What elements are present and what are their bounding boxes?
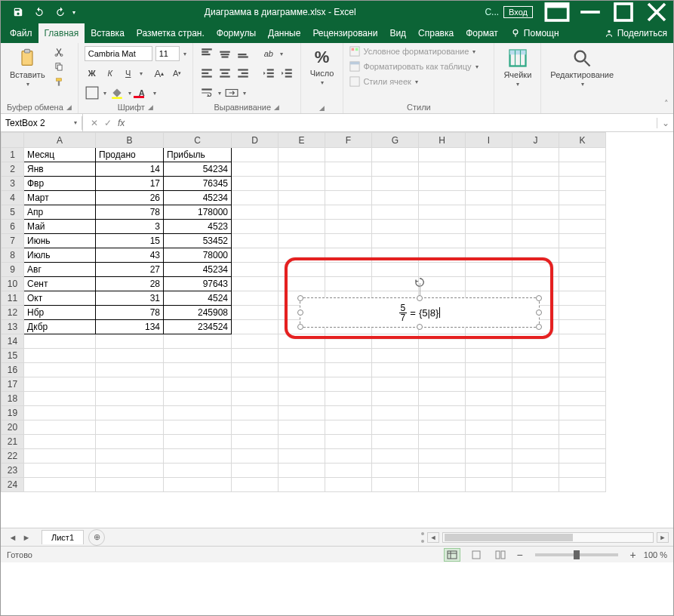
cell[interactable] bbox=[419, 449, 466, 464]
cell[interactable] bbox=[232, 363, 279, 377]
cell[interactable]: Продано bbox=[96, 148, 164, 162]
cell[interactable]: Янв bbox=[24, 162, 96, 177]
cell[interactable] bbox=[559, 162, 606, 177]
row-header[interactable]: 21 bbox=[2, 435, 24, 449]
cell[interactable] bbox=[279, 191, 325, 205]
cell[interactable] bbox=[232, 377, 279, 392]
cell[interactable] bbox=[466, 420, 512, 435]
view-normal-icon[interactable] bbox=[444, 548, 460, 562]
cell[interactable] bbox=[325, 420, 372, 435]
cell[interactable] bbox=[232, 349, 279, 363]
cell[interactable] bbox=[512, 277, 559, 291]
cell[interactable] bbox=[466, 478, 512, 492]
cell[interactable] bbox=[232, 162, 279, 177]
cell[interactable] bbox=[372, 263, 419, 277]
cell[interactable]: 78 bbox=[96, 306, 164, 320]
cell[interactable] bbox=[559, 449, 606, 464]
cell[interactable] bbox=[512, 220, 559, 234]
cell[interactable] bbox=[232, 420, 279, 435]
cell[interactable] bbox=[232, 148, 279, 162]
cell[interactable] bbox=[466, 263, 512, 277]
cell[interactable] bbox=[24, 377, 96, 392]
row-header[interactable]: 17 bbox=[2, 377, 24, 392]
cell[interactable] bbox=[325, 148, 372, 162]
cell[interactable] bbox=[325, 248, 372, 263]
cell[interactable]: 54234 bbox=[164, 162, 232, 177]
cell[interactable] bbox=[164, 420, 232, 435]
cell[interactable] bbox=[96, 363, 164, 377]
increase-font-icon[interactable]: A▴ bbox=[152, 66, 167, 81]
cell[interactable] bbox=[372, 177, 419, 191]
row-header[interactable]: 9 bbox=[2, 263, 24, 277]
cell[interactable] bbox=[419, 205, 466, 220]
cell[interactable] bbox=[232, 277, 279, 291]
cell[interactable] bbox=[232, 263, 279, 277]
cell[interactable] bbox=[96, 478, 164, 492]
cell[interactable] bbox=[372, 435, 419, 449]
tab-file[interactable]: Файл bbox=[4, 23, 38, 43]
italic-button[interactable]: К bbox=[103, 66, 118, 81]
column-header[interactable]: C bbox=[164, 133, 232, 148]
cell[interactable] bbox=[279, 406, 325, 420]
column-header[interactable]: H bbox=[419, 133, 466, 148]
cell[interactable] bbox=[419, 377, 466, 392]
cell[interactable]: 28 bbox=[96, 277, 164, 291]
cell[interactable] bbox=[559, 306, 606, 320]
cell[interactable] bbox=[279, 263, 325, 277]
cell[interactable] bbox=[279, 277, 325, 291]
cell[interactable] bbox=[512, 406, 559, 420]
cell[interactable] bbox=[24, 449, 96, 464]
cell[interactable] bbox=[325, 277, 372, 291]
cell[interactable] bbox=[419, 177, 466, 191]
cell[interactable] bbox=[279, 420, 325, 435]
fill-color-icon[interactable] bbox=[109, 85, 125, 100]
copy-icon[interactable] bbox=[53, 61, 65, 73]
row-header[interactable]: 12 bbox=[2, 306, 24, 320]
cell[interactable] bbox=[559, 177, 606, 191]
cell[interactable] bbox=[164, 435, 232, 449]
tab-data[interactable]: Данные bbox=[262, 23, 306, 43]
cell[interactable]: 78000 bbox=[164, 248, 232, 263]
worksheet-grid[interactable]: ABCDEFGHIJK1МесяцПроданоПрибыль2Янв14542… bbox=[1, 132, 673, 528]
cell[interactable] bbox=[559, 406, 606, 420]
cell[interactable] bbox=[96, 435, 164, 449]
cell[interactable] bbox=[512, 392, 559, 406]
zoom-level[interactable]: 100 % bbox=[644, 550, 667, 559]
cell[interactable] bbox=[164, 363, 232, 377]
row-header[interactable]: 3 bbox=[2, 177, 24, 191]
row-header[interactable]: 23 bbox=[2, 464, 24, 478]
cell[interactable] bbox=[279, 435, 325, 449]
cell[interactable] bbox=[232, 435, 279, 449]
cell[interactable] bbox=[466, 449, 512, 464]
cell[interactable] bbox=[325, 363, 372, 377]
cell[interactable]: Фвр bbox=[24, 177, 96, 191]
cell[interactable] bbox=[325, 449, 372, 464]
cell[interactable] bbox=[372, 248, 419, 263]
cell[interactable] bbox=[232, 320, 279, 334]
cell[interactable] bbox=[419, 464, 466, 478]
zoom-in-icon[interactable]: + bbox=[630, 549, 636, 561]
cell[interactable]: Авг bbox=[24, 263, 96, 277]
cell[interactable] bbox=[559, 435, 606, 449]
cell[interactable] bbox=[419, 363, 466, 377]
cell[interactable] bbox=[372, 162, 419, 177]
decrease-font-icon[interactable]: A▾ bbox=[170, 66, 185, 81]
cell[interactable] bbox=[372, 406, 419, 420]
cell[interactable] bbox=[325, 177, 372, 191]
cell[interactable] bbox=[512, 177, 559, 191]
cell[interactable] bbox=[232, 449, 279, 464]
cell[interactable] bbox=[559, 464, 606, 478]
row-header[interactable]: 8 bbox=[2, 248, 24, 263]
cell[interactable] bbox=[24, 363, 96, 377]
cell[interactable] bbox=[512, 464, 559, 478]
cell[interactable] bbox=[466, 363, 512, 377]
cell[interactable] bbox=[466, 334, 512, 349]
cell[interactable] bbox=[419, 148, 466, 162]
cell[interactable] bbox=[372, 220, 419, 234]
cell[interactable] bbox=[325, 464, 372, 478]
cell[interactable] bbox=[512, 449, 559, 464]
cell[interactable] bbox=[279, 220, 325, 234]
row-header[interactable]: 11 bbox=[2, 291, 24, 306]
cell[interactable] bbox=[325, 406, 372, 420]
cell[interactable] bbox=[512, 420, 559, 435]
